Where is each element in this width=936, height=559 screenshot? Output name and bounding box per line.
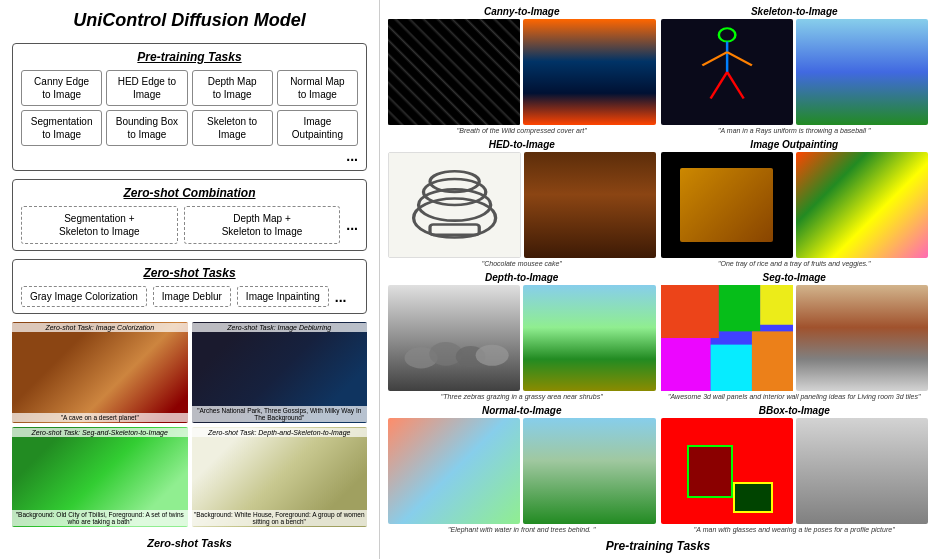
depth-title: Depth-to-Image xyxy=(388,272,656,283)
zeroshot-combo-section: Zero-shot Combination Segmentation +Skel… xyxy=(12,179,367,251)
zeroshot-tasks-row: Gray Image Colorization Image Deblur Ima… xyxy=(21,286,358,307)
screenshot-seg-skeleton-top-label: Zero-shot Task: Seg-and-Skeleton-to-Imag… xyxy=(12,428,188,437)
seg-images xyxy=(661,285,929,391)
svg-rect-21 xyxy=(661,338,711,391)
screenshot-colorization: Zero-shot Task: Image Colorization "A ca… xyxy=(12,322,188,423)
svg-rect-22 xyxy=(710,345,751,391)
hed-img-1 xyxy=(388,152,521,258)
hed-caption: "Chocolate mousee cake" xyxy=(388,260,656,267)
outpaint-img-2 xyxy=(796,152,928,258)
canny-title: Canny-to-Image xyxy=(388,6,656,17)
screenshot-seg-skeleton: Zero-shot Task: Seg-and-Skeleton-to-Imag… xyxy=(12,427,188,528)
hed-images xyxy=(388,152,656,258)
svg-rect-23 xyxy=(751,331,792,391)
outpainting-images xyxy=(661,152,929,258)
screenshot-colorization-top-label: Zero-shot Task: Image Colorization xyxy=(12,323,188,332)
screenshot-depth-skeleton-bottom-label: "Background: White House, Foreground: A … xyxy=(192,510,368,526)
normal-images xyxy=(388,418,656,524)
hed-img-2 xyxy=(524,152,655,258)
zeroshot-tasks-title: Zero-shot Tasks xyxy=(21,266,358,280)
task-inpainting[interactable]: Image Inpainting xyxy=(237,286,329,307)
outpaint-img-1 xyxy=(661,152,793,258)
pretraining-dots: ... xyxy=(21,148,358,164)
task-normal[interactable]: Normal Mapto Image xyxy=(277,70,358,106)
depth-images xyxy=(388,285,656,391)
combo-row: Segmentation +Skeleton to Image Depth Ma… xyxy=(21,206,358,244)
section-seg: Seg-to-Image "Awesome 3d wall panels and xyxy=(661,272,929,400)
bbox-title: BBox-to-Image xyxy=(661,405,929,416)
depth-img-2 xyxy=(523,285,655,391)
normal-img-2 xyxy=(523,418,655,524)
task-grid: Canny Edgeto Image HED Edge toImage Dept… xyxy=(21,70,358,146)
svg-rect-19 xyxy=(718,285,759,331)
bbox-img-2 xyxy=(796,418,928,524)
main-title: UniControl Diffusion Model xyxy=(12,10,367,31)
screenshot-deblur-top-label: Zero-shot Task: Image Deblurring xyxy=(192,323,368,332)
combo-dots: ... xyxy=(346,217,358,233)
normal-title: Normal-to-Image xyxy=(388,405,656,416)
canny-img-2 xyxy=(523,19,655,125)
seg-title: Seg-to-Image xyxy=(661,272,929,283)
section-bbox: BBox-to-Image "A man with glasses and we… xyxy=(661,405,929,533)
skeleton-title: Skeleton-to-Image xyxy=(661,6,929,17)
normal-img-1 xyxy=(388,418,520,524)
right-grid: Canny-to-Image "Breath of the Wild compr… xyxy=(388,6,928,533)
svg-line-5 xyxy=(710,72,727,99)
zeroshot-dots: ... xyxy=(335,289,347,305)
depth-img-1 xyxy=(388,285,520,391)
zeroshot-combo-title: Zero-shot Combination xyxy=(21,186,358,200)
section-hed: HED-to-Image "Chocolate mousee cake" xyxy=(388,139,656,267)
screenshot-depth-skeleton-top-label: Zero-shot Task: Depth-and-Skeleton-to-Im… xyxy=(192,428,368,437)
combo-depth-skeleton[interactable]: Depth Map +Skeleton to Image xyxy=(184,206,341,244)
right-bottom-label: Pre-training Tasks xyxy=(388,539,928,553)
screenshot-seg-skeleton-bottom-label: "Background: Old City of Tbilisi, Foregr… xyxy=(12,510,188,526)
depth-caption: "Three zebras grazing in a grassy area n… xyxy=(388,393,656,400)
task-outpaint[interactable]: ImageOutpainting xyxy=(277,110,358,146)
task-deblur[interactable]: Image Deblur xyxy=(153,286,231,307)
zeroshot-tasks-section: Zero-shot Tasks Gray Image Colorization … xyxy=(12,259,367,314)
svg-point-1 xyxy=(718,28,735,41)
svg-line-4 xyxy=(727,52,752,65)
normal-caption: "Elephant with water in front and trees … xyxy=(388,526,656,533)
hed-title: HED-to-Image xyxy=(388,139,656,150)
svg-rect-20 xyxy=(760,285,793,325)
skeleton-img-2 xyxy=(796,19,928,125)
canny-img-1 xyxy=(388,19,520,125)
combo-seg-skeleton[interactable]: Segmentation +Skeleton to Image xyxy=(21,206,178,244)
bbox-img-1 xyxy=(661,418,793,524)
seg-caption: "Awesome 3d wall panels and interior wal… xyxy=(661,393,929,400)
bbox-images xyxy=(661,418,929,524)
task-seg[interactable]: Segmentationto Image xyxy=(21,110,102,146)
canny-caption: "Breath of the Wild compressed cover art… xyxy=(388,127,656,134)
canny-images xyxy=(388,19,656,125)
pretraining-section: Pre-training Tasks Canny Edgeto Image HE… xyxy=(12,43,367,171)
skeleton-images xyxy=(661,19,929,125)
right-panel: Canny-to-Image "Breath of the Wild compr… xyxy=(380,0,936,559)
task-canny[interactable]: Canny Edgeto Image xyxy=(21,70,102,106)
screenshot-colorization-bottom-label: "A cave on a desert planet" xyxy=(12,413,188,422)
task-bbox[interactable]: Bounding Boxto Image xyxy=(106,110,187,146)
screenshot-depth-skeleton: Zero-shot Task: Depth-and-Skeleton-to-Im… xyxy=(192,427,368,528)
screenshot-deblur-bottom-label: "Arches National Park, Three Gossips, Wi… xyxy=(192,406,368,422)
left-bottom-label: Zero-shot Tasks xyxy=(12,537,367,549)
section-skeleton: Skeleton-to-Image "A man in a Rays unifo… xyxy=(661,6,929,134)
bbox-caption: "A man with glasses and wearing a tie po… xyxy=(661,526,929,533)
svg-rect-18 xyxy=(661,285,719,338)
svg-line-6 xyxy=(727,72,744,99)
skeleton-caption: "A man in a Rays uniform is throwing a b… xyxy=(661,127,929,134)
pretraining-title: Pre-training Tasks xyxy=(21,50,358,64)
svg-rect-0 xyxy=(388,19,520,125)
section-normal: Normal-to-Image "Elephant with water in … xyxy=(388,405,656,533)
section-canny: Canny-to-Image "Breath of the Wild compr… xyxy=(388,6,656,134)
svg-line-3 xyxy=(702,52,727,65)
task-depth[interactable]: Depth Mapto Image xyxy=(192,70,273,106)
screenshots-grid: Zero-shot Task: Image Colorization "A ca… xyxy=(12,322,367,527)
task-colorization[interactable]: Gray Image Colorization xyxy=(21,286,147,307)
left-panel: UniControl Diffusion Model Pre-training … xyxy=(0,0,380,559)
svg-point-16 xyxy=(476,345,509,366)
seg-img-2 xyxy=(796,285,928,391)
task-skeleton[interactable]: Skeleton toImage xyxy=(192,110,273,146)
section-outpainting: Image Outpainting "One tray of rice and … xyxy=(661,139,929,267)
task-hed[interactable]: HED Edge toImage xyxy=(106,70,187,106)
section-depth: Depth-to-Image "Three zebras grazing in … xyxy=(388,272,656,400)
